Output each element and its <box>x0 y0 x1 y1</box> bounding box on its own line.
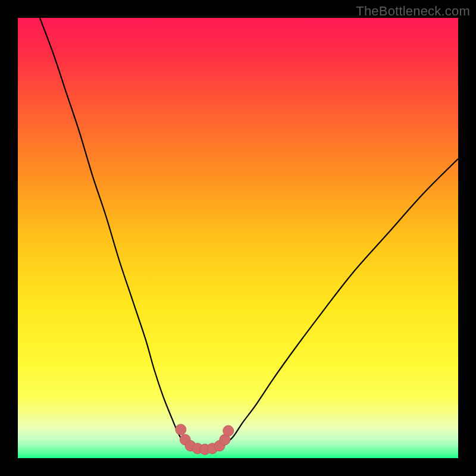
background-gradient <box>18 18 458 458</box>
plot-frame <box>18 18 458 458</box>
watermark-text: TheBottleneck.com <box>356 4 470 19</box>
svg-rect-0 <box>18 18 458 458</box>
